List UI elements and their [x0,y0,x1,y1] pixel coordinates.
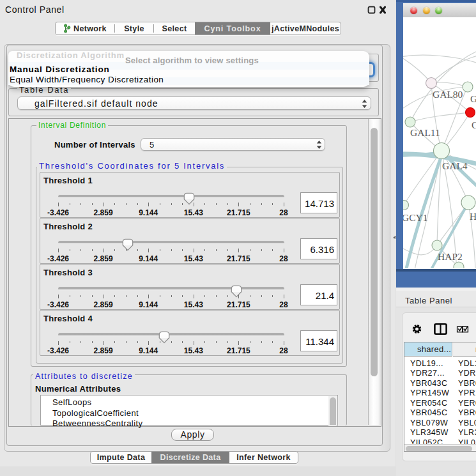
svg-text:GA: GA [470,93,476,104]
svg-text:GAL4: GAL4 [442,160,468,171]
svg-text:GAL11: GAL11 [410,127,440,138]
svg-text:H: H [470,211,476,222]
svg-text:GCY1: GCY1 [403,212,427,223]
svg-text:HAP2: HAP2 [438,251,463,262]
svg-text:C: C [472,119,476,130]
svg-text:GAL80: GAL80 [433,89,463,100]
